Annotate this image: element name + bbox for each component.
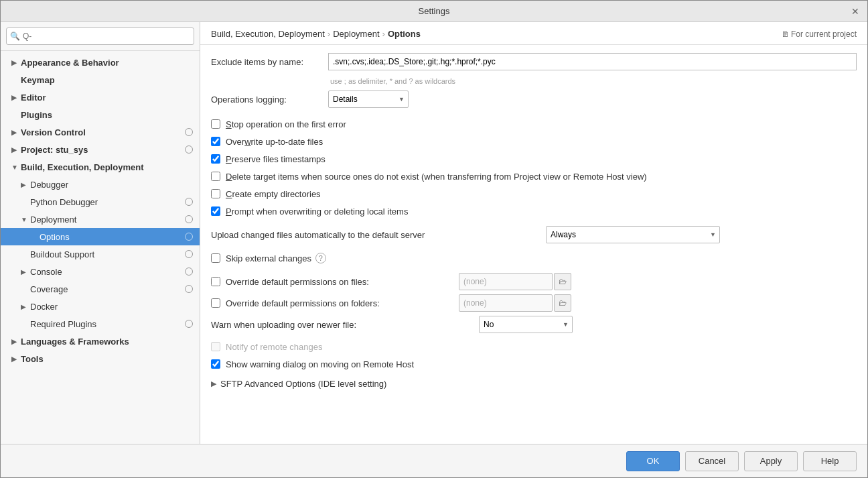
breadcrumb-separator-1: ›	[328, 29, 330, 39]
gear-icon	[184, 318, 194, 329]
sidebar-item-label: Buildout Support	[30, 249, 181, 259]
upload-label: Upload changed files automatically to th…	[211, 230, 546, 240]
exclude-input[interactable]	[328, 53, 857, 70]
prompt-overwrite-label[interactable]: Prompt when overwriting or deleting loca…	[226, 206, 408, 217]
sftp-row[interactable]: ▶ SFTP Advanced Options (IDE level setti…	[211, 379, 857, 389]
arrow-icon: ▶	[11, 355, 21, 363]
files-perm-value: (none)	[459, 273, 553, 290]
sidebar-item-editor[interactable]: ▶ Editor	[1, 88, 200, 106]
breadcrumb-current: Options	[388, 29, 421, 39]
overwrite-checkbox[interactable]	[211, 137, 220, 146]
sidebar-item-label: Plugins	[21, 110, 194, 120]
sidebar-item-options[interactable]: Options	[1, 228, 200, 245]
files-perm-input-row: (none) 🗁	[459, 273, 571, 290]
override-folders-row: Override default permissions on folders:…	[211, 294, 857, 312]
sidebar-item-label: Options	[40, 232, 181, 242]
operations-row: Operations logging: Details Summary None	[211, 91, 857, 108]
gear-icon	[184, 196, 194, 207]
override-files-checkbox[interactable]	[211, 277, 220, 286]
ok-button[interactable]: OK	[626, 451, 680, 471]
apply-button[interactable]: Apply	[744, 451, 798, 471]
sidebar-item-build[interactable]: ▼ Build, Execution, Deployment	[1, 158, 200, 176]
skip-external-checkbox[interactable]	[211, 253, 220, 263]
operations-select[interactable]: Details Summary None	[328, 91, 409, 108]
gear-icon	[184, 284, 194, 294]
show-warning-checkbox[interactable]	[211, 359, 220, 369]
sidebar-item-project[interactable]: ▶ Project: stu_sys	[1, 141, 200, 158]
stop-error-checkbox[interactable]	[211, 119, 220, 129]
help-icon[interactable]: ?	[315, 253, 326, 263]
sidebar-item-buildout[interactable]: Buildout Support	[1, 245, 200, 263]
sidebar-item-label: Docker	[30, 302, 194, 312]
sidebar-item-languages[interactable]: ▶ Languages & Frameworks	[1, 333, 200, 350]
sidebar-item-tools[interactable]: ▶ Tools	[1, 350, 200, 367]
sidebar-item-docker[interactable]: ▶ Docker	[1, 298, 200, 315]
checkbox-delete-target: Delete target items when source ones do …	[211, 168, 857, 184]
operations-label: Operations logging:	[211, 95, 328, 105]
sidebar-item-label: Version Control	[21, 127, 181, 137]
sidebar-item-version-control[interactable]: ▶ Version Control	[1, 123, 200, 141]
arrow-icon: ▶	[21, 303, 30, 310]
search-input[interactable]	[6, 27, 194, 45]
content-body: Exclude items by name: use ; as delimite…	[200, 45, 867, 444]
close-button[interactable]: ✕	[849, 5, 862, 18]
override-files-row: Override default permissions on files: (…	[211, 273, 857, 290]
search-box: 🔍	[1, 22, 200, 51]
sidebar-item-required-plugins[interactable]: Required Plugins	[1, 315, 200, 333]
skip-external-label[interactable]: Skip external changes	[226, 253, 311, 263]
show-warning-label[interactable]: Show warning dialog on moving on Remote …	[226, 359, 414, 369]
create-dirs-label[interactable]: Create empty directories	[226, 189, 321, 199]
arrow-icon: ▼	[11, 164, 21, 171]
sidebar-item-coverage[interactable]: Coverage	[1, 280, 200, 298]
stop-error-label[interactable]: Stop operation on the first error	[226, 119, 346, 129]
gear-icon	[184, 231, 194, 242]
arrow-icon: ▶	[21, 181, 30, 188]
arrow-icon: ▶	[11, 146, 21, 154]
sidebar-item-plugins[interactable]: Plugins	[1, 106, 200, 123]
exclude-label: Exclude items by name:	[211, 57, 328, 67]
override-files-label[interactable]: Override default permissions on files:	[226, 277, 459, 287]
files-folder-button[interactable]: 🗁	[554, 273, 571, 290]
notify-checkbox[interactable]	[211, 342, 220, 351]
sidebar-item-keymap[interactable]: Keymap	[1, 71, 200, 88]
arrow-icon: ▶	[21, 268, 30, 276]
warn-label: Warn when uploading over newer file:	[211, 320, 479, 330]
notify-label: Notify of remote changes	[226, 342, 323, 352]
sidebar-item-label: Console	[30, 267, 181, 277]
breadcrumb-part-1: Build, Execution, Deployment	[211, 29, 325, 39]
override-folders-checkbox[interactable]	[211, 298, 220, 308]
sidebar-tree: ▶ Appearance & Behavior Keymap ▶ Editor …	[1, 51, 200, 444]
gear-icon	[184, 266, 194, 277]
preserve-timestamps-checkbox[interactable]	[211, 154, 220, 164]
breadcrumb-part-2: Deployment	[333, 29, 379, 39]
warn-select[interactable]: No Yes	[479, 316, 573, 333]
sidebar-item-appearance[interactable]: ▶ Appearance & Behavior	[1, 54, 200, 71]
content-area: Build, Execution, Deployment › Deploymen…	[200, 22, 867, 444]
preserve-timestamps-label[interactable]: Preserve files timestamps	[226, 154, 326, 164]
sidebar-item-python-debugger[interactable]: Python Debugger	[1, 193, 200, 211]
checkbox-stop-error: Stop operation on the first error	[211, 116, 857, 132]
sidebar-item-deployment[interactable]: ▼ Deployment	[1, 211, 200, 228]
delete-target-checkbox[interactable]	[211, 172, 220, 181]
override-folders-label[interactable]: Override default permissions on folders:	[226, 298, 459, 308]
folders-folder-button[interactable]: 🗁	[554, 294, 571, 312]
create-dirs-checkbox[interactable]	[211, 189, 220, 198]
checkbox-preserve-timestamps: Preserve files timestamps	[211, 151, 857, 167]
prompt-overwrite-checkbox[interactable]	[211, 206, 220, 216]
upload-select[interactable]: Always Never On explicit save action	[546, 226, 720, 243]
sidebar-item-debugger[interactable]: ▶ Debugger	[1, 176, 200, 193]
delete-target-label[interactable]: Delete target items when source ones do …	[226, 172, 647, 182]
help-button[interactable]: Help	[803, 451, 857, 471]
sidebar-item-label: Debugger	[30, 180, 194, 190]
sidebar-item-label: Tools	[21, 354, 194, 364]
checkbox-overwrite: Overwrite up-to-date files	[211, 133, 857, 150]
checkbox-prompt-overwrite: Prompt when overwriting or deleting loca…	[211, 203, 857, 219]
cancel-button[interactable]: Cancel	[685, 451, 739, 471]
sidebar-item-label: Languages & Frameworks	[21, 337, 194, 347]
sidebar-item-label: Build, Execution, Deployment	[21, 162, 194, 172]
checkbox-create-dirs: Create empty directories	[211, 186, 857, 202]
search-icon: 🔍	[10, 32, 20, 41]
sidebar-item-console[interactable]: ▶ Console	[1, 263, 200, 280]
overwrite-label[interactable]: Overwrite up-to-date files	[226, 137, 323, 147]
search-wrapper: 🔍	[6, 27, 194, 45]
